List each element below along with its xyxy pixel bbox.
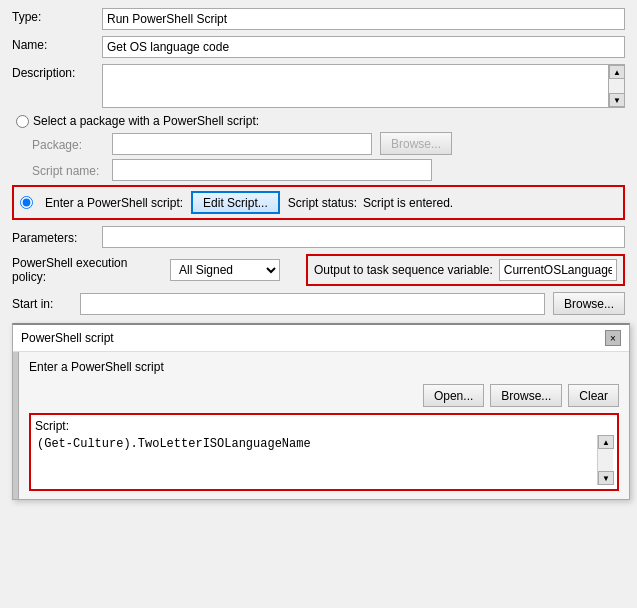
- description-input[interactable]: [102, 64, 609, 108]
- ps-execution-select[interactable]: All Signed: [170, 259, 280, 281]
- ps-dialog-subtitle: Enter a PowerShell script: [29, 360, 619, 374]
- edit-script-button[interactable]: Edit Script...: [191, 191, 280, 214]
- script-scroll-down-icon: ▼: [598, 471, 614, 485]
- browse-start-in-button[interactable]: Browse...: [553, 292, 625, 315]
- parameters-label: Parameters:: [12, 229, 102, 245]
- ps-dialog-body: Enter a PowerShell script Open... Browse…: [19, 352, 629, 499]
- enter-ps-radio[interactable]: [20, 196, 33, 209]
- name-label: Name:: [12, 36, 102, 52]
- output-var-label: Output to task sequence variable:: [314, 263, 493, 277]
- type-input[interactable]: [102, 8, 625, 30]
- type-row: Type:: [12, 8, 625, 30]
- browse-package-button[interactable]: Browse...: [380, 132, 452, 155]
- script-status-label: Script status:: [288, 196, 357, 210]
- script-name-input: [112, 159, 432, 181]
- ps-dialog-title: PowerShell script: [21, 331, 114, 345]
- package-section: Package: Browse... Script name:: [12, 132, 625, 181]
- output-var-box: Output to task sequence variable:: [306, 254, 625, 286]
- script-label: Script:: [35, 419, 613, 433]
- start-in-row: Start in: Browse...: [12, 292, 625, 315]
- policy-row: PowerShell execution policy: All Signed …: [12, 254, 625, 286]
- open-button[interactable]: Open...: [423, 384, 484, 407]
- name-row: Name:: [12, 36, 625, 58]
- name-input[interactable]: [102, 36, 625, 58]
- type-value: [102, 8, 625, 30]
- parameters-input[interactable]: [102, 226, 625, 248]
- start-in-label: Start in:: [12, 297, 72, 311]
- ps-dialog-titlebar: PowerShell script ×: [13, 325, 629, 352]
- dialog-close-button[interactable]: ×: [605, 330, 621, 346]
- ps-dialog-inner: Enter a PowerShell script Open... Browse…: [13, 352, 629, 499]
- script-textarea[interactable]: (Get-Culture).TwoLetterISOLanguageName: [35, 435, 597, 485]
- script-scroll-up-icon: ▲: [598, 435, 614, 449]
- script-status-value: Script is entered.: [363, 196, 453, 210]
- package-row: Package: Browse...: [32, 132, 625, 155]
- description-scrollbar: ▲ ▼: [609, 64, 625, 108]
- script-scrollbar: ▲ ▼: [597, 435, 613, 485]
- script-status-group: Script status: Script is entered.: [288, 196, 453, 210]
- script-area-section: Script: (Get-Culture).TwoLetterISOLangua…: [29, 413, 619, 491]
- package-label: Package:: [32, 136, 112, 152]
- enter-ps-label: Enter a PowerShell script:: [45, 196, 183, 210]
- type-label: Type:: [12, 8, 102, 24]
- scroll-down-icon: ▼: [609, 93, 625, 107]
- ps-btn-row: Open... Browse... Clear: [29, 384, 619, 407]
- scroll-up-icon: ▲: [609, 65, 625, 79]
- main-panel: Type: Name: Description: ▲ ▼ Select a pa…: [0, 0, 637, 508]
- name-value: [102, 36, 625, 58]
- output-var-input[interactable]: [499, 259, 617, 281]
- ps-execution-label: PowerShell execution policy:: [12, 256, 162, 284]
- start-in-input[interactable]: [80, 293, 545, 315]
- package-input: [112, 133, 372, 155]
- parameters-row: Parameters:: [12, 226, 625, 248]
- script-name-row: Script name:: [32, 159, 625, 181]
- browse-script-button[interactable]: Browse...: [490, 384, 562, 407]
- select-package-radio[interactable]: [16, 115, 29, 128]
- enter-ps-row: Enter a PowerShell script: Edit Script..…: [20, 191, 617, 214]
- script-name-label: Script name:: [32, 162, 112, 178]
- select-package-label: Select a package with a PowerShell scrip…: [33, 114, 259, 128]
- select-package-radio-row: Select a package with a PowerShell scrip…: [12, 114, 625, 128]
- ps-dialog: PowerShell script × Enter a PowerShell s…: [12, 323, 630, 500]
- script-textarea-wrap: (Get-Culture).TwoLetterISOLanguageName ▲…: [35, 435, 613, 485]
- description-row: Description: ▲ ▼: [12, 64, 625, 108]
- clear-button[interactable]: Clear: [568, 384, 619, 407]
- description-label: Description:: [12, 64, 102, 80]
- enter-ps-section: Enter a PowerShell script: Edit Script..…: [12, 185, 625, 220]
- description-wrap: ▲ ▼: [102, 64, 625, 108]
